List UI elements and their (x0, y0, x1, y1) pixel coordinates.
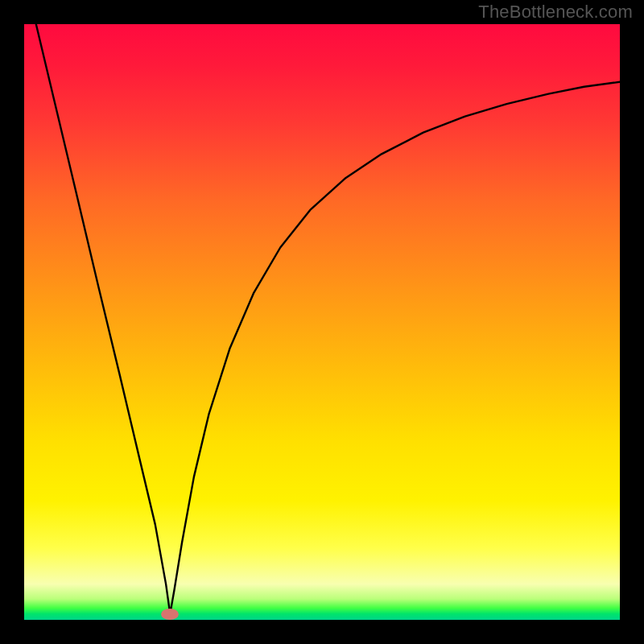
watermark-text: TheBottleneck.com (478, 2, 633, 23)
plot-area (24, 24, 620, 620)
min-marker (161, 609, 179, 620)
chart-frame: TheBottleneck.com (0, 0, 644, 644)
curve-layer (24, 24, 620, 620)
bottleneck-curve (36, 24, 620, 614)
